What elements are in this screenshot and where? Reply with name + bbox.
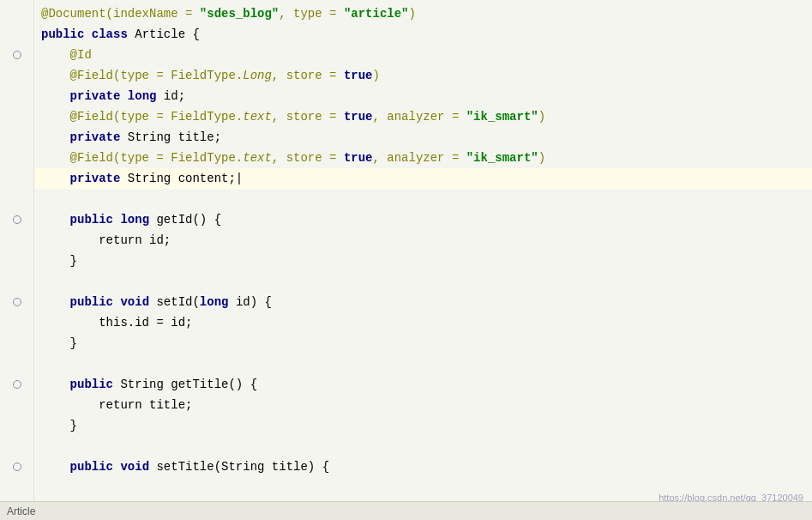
- code-line: public long getId() {: [34, 209, 812, 230]
- code-segment: , store =: [272, 151, 344, 165]
- code-segment: Long: [243, 69, 272, 82]
- code-segment: [41, 357, 70, 371]
- fold-icon[interactable]: [13, 51, 21, 59]
- code-segment: private: [70, 89, 128, 103]
- code-segment: return id;: [41, 233, 171, 247]
- gutter-item: [0, 106, 33, 127]
- code-line: @Id: [34, 45, 812, 65]
- code-line: @Field(type = FieldType.text, store = tr…: [34, 148, 812, 168]
- code-segment: id;: [164, 89, 185, 103]
- code-line: [34, 354, 812, 374]
- code-segment: long: [120, 213, 156, 227]
- code-segment: @Id: [41, 48, 92, 62]
- code-segment: public: [70, 295, 121, 309]
- gutter-item: [0, 168, 33, 189]
- code-line: }: [34, 251, 812, 271]
- fold-icon[interactable]: [13, 380, 21, 389]
- code-segment: [41, 275, 70, 288]
- fold-icon[interactable]: [13, 215, 21, 224]
- code-line: private String title;: [34, 127, 812, 148]
- code-line: @Field(type = FieldType.text, store = tr…: [34, 106, 812, 127]
- code-segment: [41, 192, 70, 206]
- code-segment: [41, 172, 70, 185]
- code-segment: getTitle() {: [171, 378, 257, 391]
- bottom-bar: Article: [0, 501, 812, 520]
- code-segment: public: [70, 378, 121, 391]
- code-segment: getId() {: [156, 213, 221, 227]
- fold-icon[interactable]: [13, 298, 21, 306]
- code-segment: , analyzer =: [372, 151, 466, 165]
- code-segment: long: [128, 89, 164, 103]
- gutter-item: [0, 209, 33, 230]
- code-line: @Document(indexName = "sdes_blog", type …: [34, 3, 812, 24]
- code-segment: private: [70, 172, 128, 185]
- gutter-item: [0, 354, 33, 374]
- code-segment: @Document(indexName =: [41, 7, 200, 21]
- code-segment: setTitle(String title) {: [156, 460, 329, 474]
- code-segment: @Field(type = FieldType.: [41, 69, 243, 82]
- code-line: }: [34, 333, 812, 354]
- code-segment: this.id = id;: [41, 316, 192, 330]
- code-segment: String: [128, 172, 178, 185]
- code-segment: [41, 130, 70, 144]
- gutter-item: [0, 333, 33, 354]
- code-segment: id) {: [236, 295, 272, 309]
- code-segment: ): [409, 7, 416, 21]
- code-segment: content;|: [178, 172, 244, 185]
- code-line: [34, 436, 812, 457]
- code-segment: text: [243, 110, 272, 124]
- gutter-item: [0, 374, 33, 395]
- code-line: public String getTitle() {: [34, 374, 812, 395]
- code-segment: public: [70, 460, 121, 474]
- code-segment: [41, 89, 70, 103]
- code-segment: [41, 439, 70, 453]
- code-line: public void setId(long id) {: [34, 292, 812, 312]
- code-segment: "article": [344, 7, 409, 21]
- code-line: this.id = id;: [34, 312, 812, 333]
- code-line: private String content;|: [34, 168, 812, 189]
- fold-icon[interactable]: [13, 463, 21, 471]
- code-segment: , analyzer =: [372, 110, 466, 124]
- code-segment: return title;: [41, 398, 192, 412]
- gutter-item: [0, 457, 33, 477]
- code-segment: , store =: [272, 69, 344, 82]
- code-segment: true: [344, 69, 373, 82]
- code-segment: public: [70, 213, 121, 227]
- code-segment: }: [41, 336, 77, 350]
- code-segment: true: [344, 151, 373, 165]
- footer-label: Article: [7, 505, 35, 517]
- gutter-item: [0, 395, 33, 415]
- code-segment: public: [41, 27, 92, 41]
- code-editor: @Document(indexName = "sdes_blog", type …: [0, 0, 812, 520]
- code-segment: long: [200, 295, 236, 309]
- code-segment: "sdes_blog": [200, 7, 279, 21]
- code-line: [34, 189, 812, 209]
- gutter-item: [0, 65, 33, 86]
- gutter-item: [0, 436, 33, 457]
- gutter-item: [0, 127, 33, 148]
- code-segment: }: [41, 419, 77, 432]
- code-segment: "ik_smart": [466, 110, 538, 124]
- code-line: }: [34, 415, 812, 436]
- gutter: [0, 0, 34, 520]
- code-segment: private: [70, 130, 128, 144]
- code-segment: class: [92, 27, 135, 41]
- code-line: @Field(type = FieldType.Long, store = tr…: [34, 65, 812, 86]
- gutter-item: [0, 86, 33, 106]
- code-line: return id;: [34, 230, 812, 251]
- gutter-item: [0, 292, 33, 312]
- code-segment: }: [41, 254, 77, 268]
- gutter-item: [0, 45, 33, 65]
- code-segment: void: [120, 460, 156, 474]
- code-segment: void: [120, 295, 156, 309]
- code-segment: Article {: [135, 27, 200, 41]
- gutter-item: [0, 3, 33, 24]
- code-segment: @Field(type = FieldType.: [41, 110, 243, 124]
- code-segment: String: [120, 378, 171, 391]
- code-lines[interactable]: @Document(indexName = "sdes_blog", type …: [34, 0, 812, 520]
- code-segment: ): [372, 69, 379, 82]
- gutter-item: [0, 24, 33, 45]
- code-segment: String: [128, 130, 178, 144]
- gutter-item: [0, 271, 33, 292]
- gutter-item: [0, 230, 33, 251]
